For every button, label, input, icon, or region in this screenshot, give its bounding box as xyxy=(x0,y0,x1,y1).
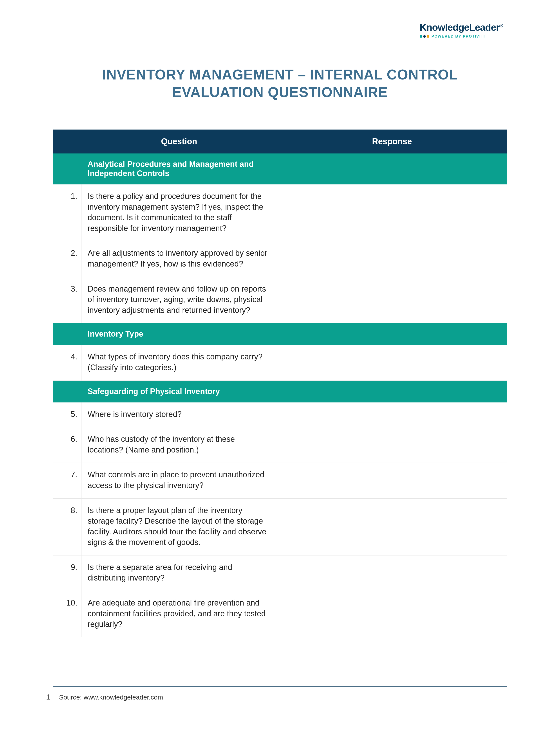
footer-line: 1 Source: www.knowledgeleader.com xyxy=(46,693,507,701)
section-heading: Inventory Type xyxy=(81,323,277,345)
table-row: 2. Are all adjustments to inventory appr… xyxy=(53,241,507,277)
brand-name: KnowledgeLeader xyxy=(420,22,500,33)
row-num: 6. xyxy=(53,427,81,463)
row-num: 2. xyxy=(53,241,81,277)
table-header-row: Question Response xyxy=(53,130,507,154)
table-row: 4. What types of inventory does this com… xyxy=(53,345,507,380)
brand-dots-icon xyxy=(420,35,429,38)
table-row: 7. What controls are in place to prevent… xyxy=(53,463,507,498)
dot-icon xyxy=(427,35,429,38)
row-response[interactable] xyxy=(277,277,507,323)
table-row: 9. Is there a separate area for receivin… xyxy=(53,555,507,591)
section-response xyxy=(277,154,507,185)
section-heading: Analytical Procedures and Management and… xyxy=(81,154,277,185)
row-question: Is there a proper layout plan of the inv… xyxy=(81,498,277,555)
row-question: Is there a policy and procedures documen… xyxy=(81,185,277,241)
section-num xyxy=(53,154,81,185)
section-heading-row: Analytical Procedures and Management and… xyxy=(53,154,507,185)
table-row: 3. Does management review and follow up … xyxy=(53,277,507,323)
row-question: Does management review and follow up on … xyxy=(81,277,277,323)
section-response xyxy=(277,323,507,345)
row-question: What types of inventory does this compan… xyxy=(81,345,277,380)
row-num: 5. xyxy=(53,402,81,427)
row-response[interactable] xyxy=(277,591,507,637)
row-question: Are adequate and operational fire preven… xyxy=(81,591,277,637)
table-row: 8. Is there a proper layout plan of the … xyxy=(53,498,507,555)
footer-rule xyxy=(53,686,507,687)
row-question: Are all adjustments to inventory approve… xyxy=(81,241,277,277)
dot-icon xyxy=(423,35,426,38)
table-row: 6. Who has custody of the inventory at t… xyxy=(53,427,507,463)
row-response[interactable] xyxy=(277,427,507,463)
section-heading-row: Safeguarding of Physical Inventory xyxy=(53,380,507,402)
brand-logo: KnowledgeLeader® POWERED BY PROTIVITI xyxy=(420,22,503,39)
row-response[interactable] xyxy=(277,241,507,277)
row-response[interactable] xyxy=(277,498,507,555)
title-line-2: EVALUATION QUESTIONNAIRE xyxy=(53,83,507,101)
page-footer: 1 Source: www.knowledgeleader.com xyxy=(46,686,507,701)
section-heading-row: Inventory Type xyxy=(53,323,507,345)
section-num xyxy=(53,380,81,402)
header-num xyxy=(53,130,81,154)
title-line-1: INVENTORY MANAGEMENT – INTERNAL CONTROL xyxy=(102,67,458,83)
row-num: 7. xyxy=(53,463,81,498)
table-row: 10. Are adequate and operational fire pr… xyxy=(53,591,507,637)
table-row: 5. Where is inventory stored? xyxy=(53,402,507,427)
row-response[interactable] xyxy=(277,185,507,241)
row-question: Who has custody of the inventory at thes… xyxy=(81,427,277,463)
row-num: 1. xyxy=(53,185,81,241)
row-num: 4. xyxy=(53,345,81,380)
section-response xyxy=(277,380,507,402)
row-question: Where is inventory stored? xyxy=(81,402,277,427)
questionnaire-table: Question Response Analytical Procedures … xyxy=(53,130,507,637)
brand-name-text: KnowledgeLeader® xyxy=(420,22,503,33)
row-response[interactable] xyxy=(277,402,507,427)
row-response[interactable] xyxy=(277,463,507,498)
page-number: 1 xyxy=(46,693,50,701)
row-response[interactable] xyxy=(277,345,507,380)
table-row: 1. Is there a policy and procedures docu… xyxy=(53,185,507,241)
footer-source: Source: www.knowledgeleader.com xyxy=(59,694,163,701)
header-question: Question xyxy=(81,130,277,154)
row-question: What controls are in place to prevent un… xyxy=(81,463,277,498)
row-response[interactable] xyxy=(277,555,507,591)
row-num: 10. xyxy=(53,591,81,637)
header-response: Response xyxy=(277,130,507,154)
section-heading: Safeguarding of Physical Inventory xyxy=(81,380,277,402)
row-num: 8. xyxy=(53,498,81,555)
row-question: Is there a separate area for receiving a… xyxy=(81,555,277,591)
section-num xyxy=(53,323,81,345)
row-num: 3. xyxy=(53,277,81,323)
brand-registered: ® xyxy=(500,23,503,28)
page-title: INVENTORY MANAGEMENT – INTERNAL CONTROL … xyxy=(53,66,507,101)
row-num: 9. xyxy=(53,555,81,591)
brand-subline: POWERED BY PROTIVITI xyxy=(420,34,503,39)
brand-powered-by: POWERED BY PROTIVITI xyxy=(432,34,485,39)
dot-icon xyxy=(420,35,422,38)
